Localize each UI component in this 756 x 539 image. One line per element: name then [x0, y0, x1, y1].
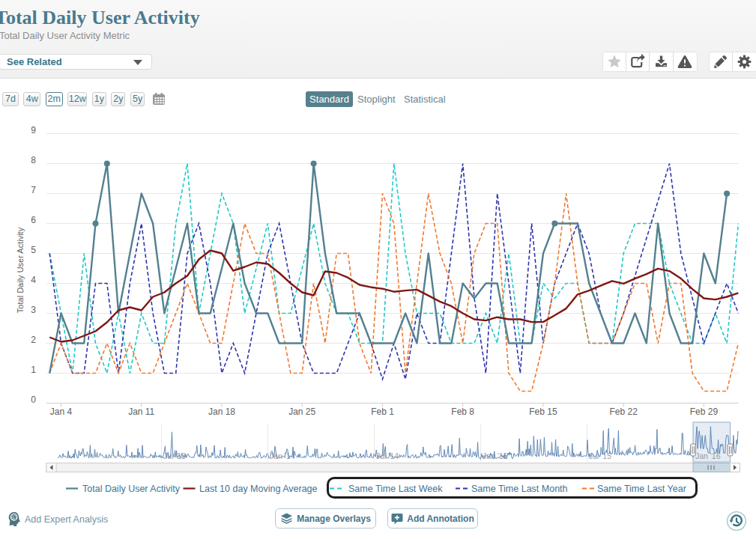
- svg-text:Last 10 day Moving Average: Last 10 day Moving Average: [199, 484, 318, 494]
- svg-text:Total Daily User Activity: Total Daily User Activity: [82, 484, 181, 494]
